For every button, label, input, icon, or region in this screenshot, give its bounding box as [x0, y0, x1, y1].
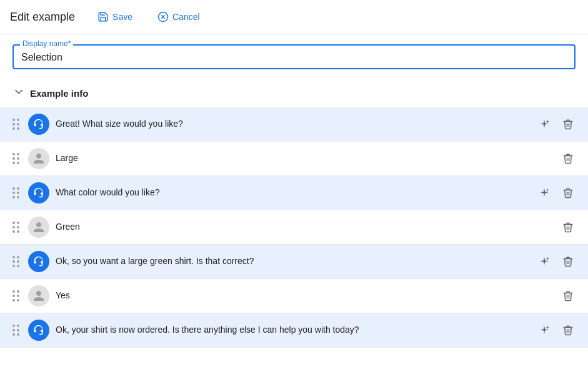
row-actions	[558, 286, 578, 306]
chevron-down-icon	[12, 86, 25, 101]
save-button[interactable]: Save	[90, 7, 140, 26]
conversation-row: Ok, your shirt is now ordered. Is there …	[0, 313, 588, 348]
agent-avatar	[28, 114, 49, 135]
agent-avatar	[28, 251, 49, 272]
agent-avatar	[28, 182, 49, 203]
delete-button[interactable]	[558, 149, 578, 169]
conversation-list: Great! What size would you like? Large W…	[0, 107, 588, 358]
sparkle-button[interactable]	[534, 114, 554, 134]
display-name-input[interactable]	[21, 48, 567, 64]
row-actions	[558, 217, 578, 237]
drag-handle[interactable]	[10, 116, 22, 132]
conversation-row: Large	[0, 142, 588, 176]
conversation-row: What color would you like?	[0, 176, 588, 210]
cancel-icon	[157, 11, 169, 22]
conversation-text: Yes	[56, 290, 552, 302]
drag-handle[interactable]	[10, 150, 22, 167]
delete-button[interactable]	[558, 286, 578, 306]
delete-button[interactable]	[558, 252, 578, 272]
row-actions	[534, 252, 578, 272]
conversation-text: Great! What size would you like?	[56, 118, 528, 130]
user-avatar	[28, 148, 49, 169]
display-name-field: Display name*	[12, 44, 576, 69]
delete-button[interactable]	[558, 183, 578, 203]
conversation-row: Ok, so you want a large green shirt. Is …	[0, 245, 588, 279]
cancel-label: Cancel	[172, 12, 200, 22]
agent-avatar	[28, 320, 49, 341]
save-label: Save	[112, 12, 132, 22]
drag-handle[interactable]	[10, 185, 22, 201]
drag-handle[interactable]	[10, 322, 22, 338]
conversation-row: Great! What size would you like?	[0, 107, 588, 142]
display-name-label: Display name*	[20, 39, 73, 48]
sparkle-button[interactable]	[534, 320, 554, 340]
example-info-header[interactable]: Example info	[0, 79, 588, 107]
user-avatar	[28, 285, 49, 306]
row-actions	[534, 320, 578, 340]
cancel-button[interactable]: Cancel	[150, 7, 207, 26]
delete-button[interactable]	[558, 217, 578, 237]
drag-handle[interactable]	[10, 253, 22, 270]
conversation-row: Green	[0, 210, 588, 245]
conversation-text: What color would you like?	[56, 187, 528, 199]
user-avatar	[28, 217, 49, 238]
delete-button[interactable]	[558, 320, 578, 340]
example-info-label: Example info	[30, 88, 88, 99]
sparkle-button[interactable]	[534, 252, 554, 272]
sparkle-button[interactable]	[534, 183, 554, 203]
drag-handle[interactable]	[10, 219, 22, 235]
conversation-row: Yes	[0, 279, 588, 313]
page-header: Edit example Save Cancel	[0, 0, 588, 34]
conversation-text: Large	[56, 152, 552, 165]
row-actions	[534, 183, 578, 203]
conversation-text: Ok, your shirt is now ordered. Is there …	[56, 324, 528, 336]
conversation-text: Ok, so you want a large green shirt. Is …	[56, 255, 528, 268]
delete-button[interactable]	[558, 114, 578, 134]
conversation-text: Green	[56, 221, 552, 233]
save-icon	[97, 11, 109, 22]
drag-handle[interactable]	[10, 288, 22, 304]
row-actions	[534, 114, 578, 134]
form-section: Display name*	[0, 34, 588, 79]
row-actions	[558, 149, 578, 169]
page-title: Edit example	[10, 11, 75, 24]
